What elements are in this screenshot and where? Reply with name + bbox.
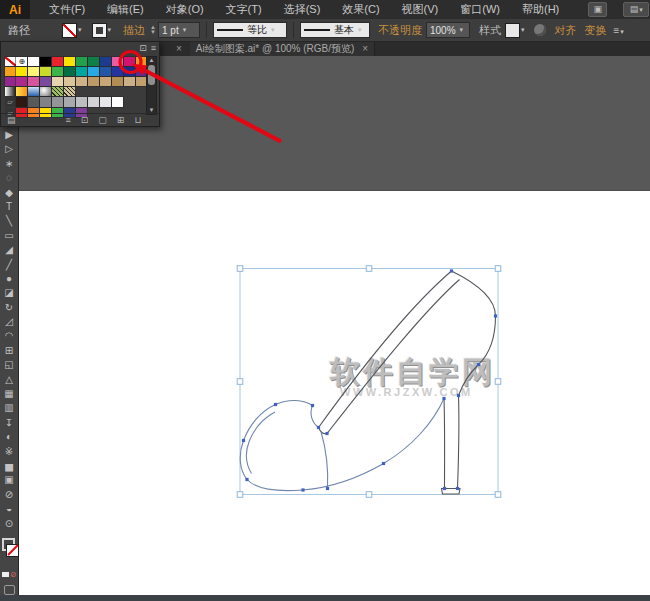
free-transform-tool[interactable]: ⊞ <box>0 344 18 358</box>
swatch-circled-blue[interactable] <box>124 67 135 76</box>
hand-tool[interactable]: ◒ <box>0 502 18 516</box>
gradient-swatch-0[interactable] <box>5 87 16 96</box>
width-tool[interactable]: ◠ <box>0 329 18 343</box>
swatch-4-6[interactable] <box>76 97 87 106</box>
swatch-2-9[interactable] <box>112 77 123 86</box>
new-swatch-icon[interactable]: ⊞ <box>117 115 125 125</box>
swatch-2-4[interactable] <box>52 77 63 86</box>
stroke-dropdown-icon[interactable]: ▾ <box>108 26 112 34</box>
menu-item-1[interactable]: 编辑(E) <box>96 0 155 19</box>
rectangle-tool[interactable]: ▭ <box>0 229 18 243</box>
fill-stroke-indicator[interactable] <box>1 538 18 564</box>
selection-handle[interactable] <box>495 379 501 385</box>
eyedropper-tool[interactable]: ↧ <box>0 416 18 430</box>
swatch-2-3[interactable] <box>40 77 51 86</box>
document-canvas[interactable]: 软件自学网 WWW.RJZXW.COM <box>18 56 650 595</box>
align-panel-link[interactable]: 对齐 <box>555 23 577 38</box>
delete-swatch-icon[interactable]: ⊔ <box>134 115 141 125</box>
brush-definition-combo[interactable]: 基本▾ <box>300 22 370 38</box>
type-tool[interactable]: T <box>0 200 18 214</box>
swatch-0-7[interactable] <box>88 57 99 66</box>
panel-close-icon[interactable]: × <box>176 43 182 54</box>
swatch-2-8[interactable] <box>100 77 111 86</box>
fill-color-swatch[interactable] <box>62 23 77 38</box>
pattern-swatch-4[interactable] <box>52 87 63 96</box>
stroke-color-swatch[interactable] <box>92 23 107 38</box>
rotate-tool[interactable]: ↻ <box>0 301 18 315</box>
paintbrush-tool[interactable]: ◢ <box>0 243 18 257</box>
swatch-options-icon[interactable]: ⊡ <box>81 115 89 125</box>
slice-tool[interactable]: ⊘ <box>0 488 18 502</box>
swatch-4-8[interactable] <box>100 97 111 106</box>
new-color-group-icon[interactable]: ▢ <box>98 115 107 125</box>
swatch-1-3[interactable] <box>40 67 51 76</box>
menu-item-0[interactable]: 文件(F) <box>38 0 96 19</box>
menu-item-7[interactable]: 窗口(W) <box>449 0 511 19</box>
width-profile-combo[interactable]: 等比▾ <box>213 22 287 38</box>
fill-proxy-icon[interactable] <box>6 544 19 557</box>
swatch-1-5[interactable] <box>64 67 75 76</box>
tab-close-icon[interactable]: × <box>362 43 368 54</box>
scroll-up-icon[interactable]: ▲ <box>147 57 156 64</box>
gradient-swatch-3[interactable] <box>40 87 51 96</box>
swatch-4-7[interactable] <box>88 97 99 106</box>
swatch-2-6[interactable] <box>76 77 87 86</box>
selection-tool[interactable]: ▶ <box>0 128 18 142</box>
eraser-tool[interactable]: ◪ <box>0 286 18 300</box>
swatch-0-4[interactable] <box>52 57 63 66</box>
opacity-panel-link[interactable]: 不透明度 <box>378 23 422 38</box>
swatch-0-9[interactable] <box>112 57 123 66</box>
column-graph-tool[interactable]: ▅ <box>0 459 18 473</box>
gradient-swatch-1[interactable] <box>16 87 27 96</box>
swatch-2-1[interactable] <box>16 77 27 86</box>
swatch-4-2[interactable] <box>28 97 39 106</box>
pattern-swatch-5[interactable] <box>64 87 75 96</box>
symbol-sprayer-tool[interactable]: ※ <box>0 445 18 459</box>
swatch-1-8[interactable] <box>100 67 111 76</box>
lasso-tool[interactable]: ◌ <box>0 171 18 185</box>
scale-tool[interactable]: ◿ <box>0 315 18 329</box>
swatch-4-3[interactable] <box>40 97 51 106</box>
control-panel-menu-icon[interactable]: ≡▾ <box>614 25 624 36</box>
swatch-0-6[interactable] <box>76 57 87 66</box>
line-segment-tool[interactable]: ╲ <box>0 214 18 228</box>
style-swatch[interactable] <box>505 23 520 38</box>
transform-panel-link[interactable]: 变换 <box>585 23 607 38</box>
panel-flyout-menu-icon[interactable]: ≡ <box>151 43 156 53</box>
swatch-2-10[interactable] <box>124 77 135 86</box>
bridge-icon[interactable]: ▣ <box>588 2 607 17</box>
color-group-folder-icon[interactable]: ▱ <box>5 97 16 106</box>
selection-handle[interactable] <box>237 379 243 385</box>
recolor-artwork-icon[interactable] <box>534 24 546 36</box>
artboard-tool[interactable]: ▣ <box>0 473 18 487</box>
swatch-libraries-menu-icon[interactable]: ▤ <box>7 115 16 125</box>
selection-handle[interactable] <box>237 492 243 498</box>
shape-builder-tool[interactable]: ◱ <box>0 358 18 372</box>
stroke-weight-combo[interactable]: 1 pt▾ <box>158 22 200 38</box>
swatch-1-0[interactable] <box>5 67 16 76</box>
swatch-1-4[interactable] <box>52 67 63 76</box>
swatch-2-5[interactable] <box>64 77 75 86</box>
swatch-1-1[interactable] <box>16 67 27 76</box>
mesh-tool[interactable]: ▦ <box>0 387 18 401</box>
swatch-4-5[interactable] <box>64 97 75 106</box>
swatch-1-6[interactable] <box>76 67 87 76</box>
swatch-0-10[interactable] <box>124 57 135 66</box>
menu-item-3[interactable]: 文字(T) <box>215 0 273 19</box>
menu-item-6[interactable]: 视图(V) <box>391 0 450 19</box>
swatch-4-1[interactable] <box>16 97 27 106</box>
zoom-tool[interactable]: ⊙ <box>0 517 18 531</box>
swatch-1-9[interactable] <box>112 67 123 76</box>
color-mode-buttons[interactable]: ⊘ <box>1 570 17 579</box>
blob-brush-tool[interactable]: ● <box>0 272 18 286</box>
swatch-registration[interactable]: ⊕ <box>16 57 27 66</box>
color-button[interactable] <box>2 572 9 577</box>
swatch-4-4[interactable] <box>52 97 63 106</box>
swatch-0-2[interactable] <box>28 57 39 66</box>
opacity-combo[interactable]: 100%▾ <box>426 22 470 38</box>
document-tab[interactable]: Ai绘制图案.ai* @ 100% (RGB/预览) × <box>190 41 375 56</box>
swatch-0-5[interactable] <box>64 57 75 66</box>
selection-handle[interactable] <box>237 266 243 272</box>
swatch-2-0[interactable] <box>5 77 16 86</box>
stroke-weight-stepper[interactable]: ▲▼ <box>150 25 156 35</box>
